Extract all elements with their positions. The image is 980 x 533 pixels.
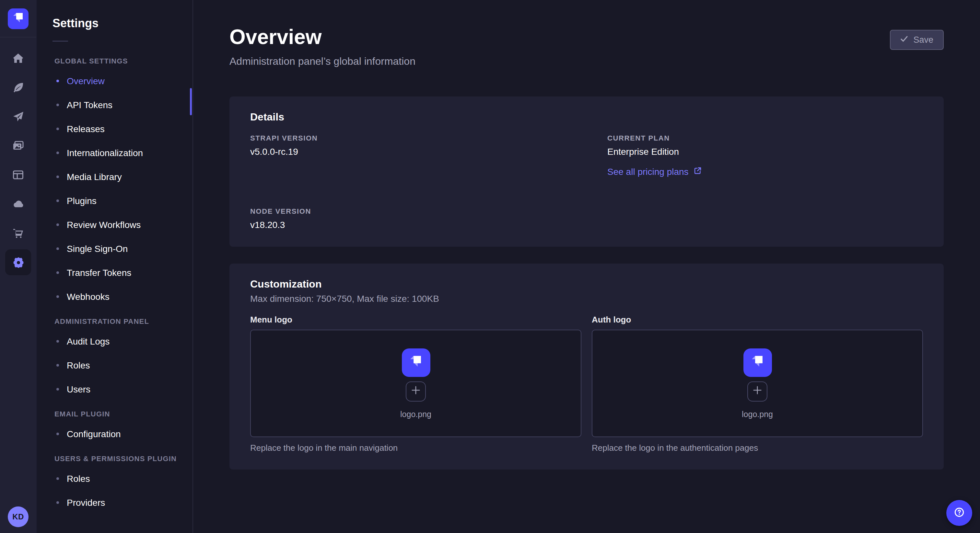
plus-icon [411,385,421,397]
menu-logo-upload: Menu logo logo.png [250,315,581,453]
details-card-title: Details [250,111,923,123]
nav-content-manager-button[interactable] [5,162,31,188]
page-title: Overview [229,25,415,49]
bullet-icon [56,127,59,130]
nav-deploy-button[interactable] [5,104,31,130]
bullet-icon [56,247,59,250]
sidebar-item-email-configuration[interactable]: Configuration [37,422,192,446]
auth-logo-caption: Replace the logo in the authentication p… [592,443,923,453]
pictures-icon [12,139,25,152]
avatar-initials: KD [12,512,24,521]
help-button[interactable] [946,500,972,526]
sidebar-item-up-roles[interactable]: Roles [37,466,192,490]
auth-logo-label: Auth logo [592,315,923,324]
section-header-administration-panel: Administration panel [37,308,192,329]
menu-logo-label: Menu logo [250,315,581,324]
bullet-icon [56,151,59,154]
settings-sidebar: Settings Global settings Overview API To… [37,0,193,533]
page-header: Overview Administration panel’s global i… [229,25,944,67]
sidebar-item-up-providers[interactable]: Providers [37,490,192,514]
sidebar-title-divider [52,41,68,41]
external-link-icon [694,167,702,177]
main-content: Overview Administration panel’s global i… [193,0,980,533]
bullet-icon [56,295,59,298]
logo-uploads: Menu logo logo.png [250,315,923,453]
sidebar-item-single-sign-on[interactable]: Single Sign-On [37,236,192,260]
auth-logo-dropzone[interactable]: logo.png [592,330,923,437]
save-button[interactable]: Save [890,30,944,50]
sidebar-item-webhooks[interactable]: Webhooks [37,284,192,308]
field-label: Node version [250,207,566,215]
field-value: v5.0.0-rc.19 [250,146,566,157]
field-node-version: Node version v18.20.3 [250,207,566,230]
cloud-icon [12,198,25,211]
sidebar-item-users[interactable]: Users [37,377,192,401]
field-strapi-version: Strapi version v5.0.0-rc.19 [250,134,566,178]
sidebar-item-api-tokens[interactable]: API Tokens [37,93,192,117]
sidebar-item-audit-logs[interactable]: Audit Logs [37,329,192,353]
menu-logo-add-button[interactable] [406,381,426,401]
sidebar-item-internationalization[interactable]: Internationalization [37,141,192,165]
check-icon [900,35,908,45]
menu-logo-caption: Replace the logo in the main navigation [250,443,581,453]
strapi-admin-window: KD Settings Global settings Overview API… [0,0,980,533]
sidebar-item-releases[interactable]: Releases [37,117,192,141]
field-label: Current plan [607,134,923,142]
details-grid: Strapi version v5.0.0-rc.19 Current plan… [250,134,923,230]
sidebar-title: Settings [37,0,192,30]
menu-logo-preview [401,348,430,377]
bullet-icon [56,501,59,503]
strapi-logo-icon [11,10,25,27]
auth-logo-preview [743,348,772,377]
plus-icon [752,385,762,397]
page-header-titles: Overview Administration panel’s global i… [229,25,415,67]
auth-logo-add-button[interactable] [747,381,767,401]
bullet-icon [56,364,59,366]
paper-plane-icon [12,110,25,123]
auth-logo-filename: logo.png [742,409,773,419]
bullet-icon [56,339,59,342]
save-button-label: Save [913,35,933,45]
bullet-icon [56,175,59,178]
layout-icon [12,168,25,181]
nav-home-button[interactable] [5,45,31,71]
auth-logo-upload: Auth logo logo.png [592,315,923,453]
details-card: Details Strapi version v5.0.0-rc.19 Curr… [229,97,944,247]
bullet-icon [56,223,59,226]
sidebar-item-plugins[interactable]: Plugins [37,189,192,213]
menu-logo-dropzone[interactable]: logo.png [250,330,581,437]
cart-icon [12,227,25,240]
gear-icon [11,255,25,269]
nav-content-builder-button[interactable] [5,75,31,100]
section-header-global-settings: Global settings [37,48,192,69]
sidebar-item-transfer-tokens[interactable]: Transfer Tokens [37,260,192,284]
field-label: Strapi version [250,134,566,142]
home-icon [12,52,25,65]
nav-media-library-button[interactable] [5,133,31,159]
settings-nav: Global settings Overview API Tokens Rele… [37,48,192,514]
strapi-home-logo[interactable] [8,8,29,29]
sidebar-item-admin-roles[interactable]: Roles [37,353,192,377]
pricing-plans-link[interactable]: See all pricing plans [607,167,702,177]
pricing-link-label: See all pricing plans [607,167,689,177]
rail-divider [0,37,36,38]
rail-icon-list [5,45,31,279]
strapi-logo-icon [749,353,765,372]
feather-icon [12,81,25,94]
sidebar-scrollbar-thumb[interactable] [190,88,192,115]
customization-card-title: Customization [250,279,923,290]
sidebar-item-review-workflows[interactable]: Review Workflows [37,213,192,236]
customization-card: Customization Max dimension: 750×750, Ma… [229,263,944,470]
field-value: Enterprise Edition [607,146,923,157]
sidebar-item-overview[interactable]: Overview [37,69,192,93]
section-header-email-plugin: Email plugin [37,401,192,422]
section-header-users-permissions-plugin: Users & Permissions plugin [37,446,192,466]
bullet-icon [56,477,59,479]
user-avatar[interactable]: KD [8,506,29,527]
sidebar-item-media-library[interactable]: Media Library [37,165,192,189]
nav-cloud-button[interactable] [5,191,31,217]
nav-settings-button[interactable] [5,249,31,275]
bullet-icon [56,388,59,390]
menu-logo-filename: logo.png [400,409,431,419]
nav-marketplace-button[interactable] [5,220,31,246]
